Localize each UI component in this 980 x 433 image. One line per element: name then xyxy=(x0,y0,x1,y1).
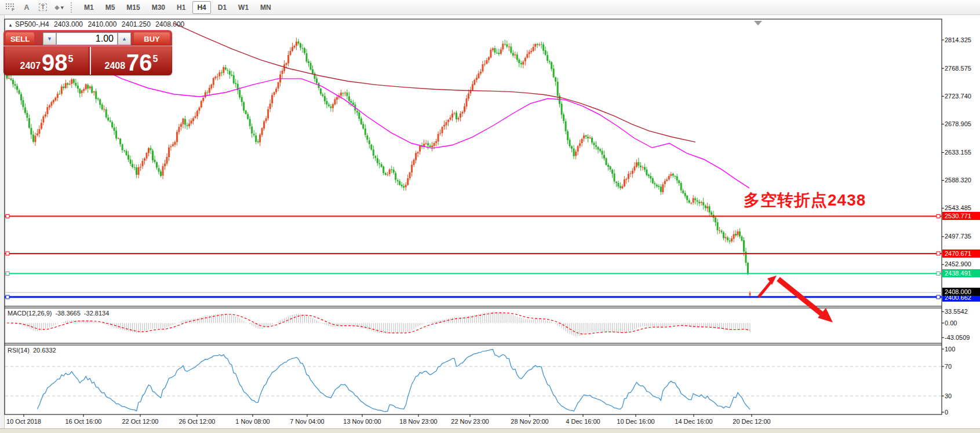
timeframe-button-M15[interactable]: M15 xyxy=(122,1,144,14)
macd-main-value: -38.3665 xyxy=(55,310,80,317)
rsi-header: RSI(14)20.6332 xyxy=(8,347,60,354)
date-axis-label: 10 Oct 2018 xyxy=(6,418,41,425)
ohlc-close: 2408.000 xyxy=(155,20,184,28)
cursor-a-icon[interactable]: A xyxy=(19,1,34,14)
rsi-axis-label: 0 xyxy=(945,409,979,416)
dropdown-caret-icon: ▾ xyxy=(61,5,64,10)
svg-text:F: F xyxy=(12,7,14,12)
rsi-axis-label: 70 xyxy=(945,363,979,370)
hline-handle[interactable] xyxy=(6,295,9,299)
timeframe-toolbar: M1M5M15M30H1H4D1W1MN xyxy=(78,1,277,14)
ohlc-open: 2403.000 xyxy=(54,20,83,28)
symbol-marker-icon: ▲ xyxy=(8,23,13,28)
rsi-axis-label: 100 xyxy=(945,346,979,353)
ohlc-high: 2410.000 xyxy=(88,20,116,28)
price-axis-label: 2678.905 xyxy=(945,120,979,127)
date-axis-label: 1 Nov 08:00 xyxy=(235,418,269,425)
ohlc-low: 2401.250 xyxy=(122,20,151,28)
mt4-window: F A T ◆ ▾ M1M5M15M30H1H4D1W1MN ▲SP500-,H… xyxy=(0,0,980,433)
sell-button[interactable]: SELL xyxy=(6,32,34,45)
price-axis-label: 2588.320 xyxy=(945,177,979,184)
dotted-grid-icon: F xyxy=(6,3,16,12)
hline-price-badge: 2438.491 xyxy=(942,269,980,277)
rsi-axis-label: 30 xyxy=(945,392,979,399)
macd-header: MACD(12,26,9)-38.3665-32.8134 xyxy=(8,310,112,317)
date-axis-label: 4 Dec 16:00 xyxy=(566,418,600,425)
price-axis-label: 2543.485 xyxy=(945,204,979,211)
date-axis-label: 7 Nov 04:00 xyxy=(290,418,324,425)
date-axis-label: 13 Nov 00:00 xyxy=(343,418,381,425)
sell-price-sup: 5 xyxy=(68,54,74,64)
date-axis-label: 20 Dec 12:00 xyxy=(733,418,770,425)
hline-handle[interactable] xyxy=(6,272,9,276)
date-axis-label: 16 Oct 16:00 xyxy=(65,418,102,425)
volume-decrease-button[interactable]: ▼ xyxy=(43,32,56,45)
buy-button[interactable]: BUY xyxy=(134,32,170,45)
template-f-icon[interactable]: F xyxy=(3,1,18,14)
timeframe-button-M1[interactable]: M1 xyxy=(79,1,99,14)
rsi-label: RSI(14) xyxy=(8,347,30,354)
date-axis-label: 10 Dec 16:00 xyxy=(617,418,654,425)
chart-plot-area[interactable] xyxy=(5,19,942,414)
price-axis-label: 2633.155 xyxy=(945,149,979,156)
sell-price-display[interactable]: 2407 98 5 xyxy=(5,47,88,75)
macd-axis-label: 0.00 xyxy=(945,320,979,326)
symbol-period: SP500-,H4 xyxy=(15,20,49,28)
macd-axis-label: -43.0509 xyxy=(945,334,979,341)
toolbar-separator xyxy=(71,2,75,13)
toolbar: F A T ◆ ▾ M1M5M15M30H1H4D1W1MN xyxy=(0,0,980,15)
timeframe-button-W1[interactable]: W1 xyxy=(234,1,253,14)
rsi-value: 20.6332 xyxy=(33,347,56,354)
shapes-tool-icon[interactable]: ◆ ▾ xyxy=(52,1,67,14)
hline-handle[interactable] xyxy=(937,252,940,255)
date-axis-label: 22 Oct 12:00 xyxy=(122,418,159,425)
buy-price-small: 2408 xyxy=(105,61,126,71)
macd-signal-value: -32.8134 xyxy=(84,310,109,317)
timeframe-button-M5[interactable]: M5 xyxy=(101,1,120,14)
timeframe-button-M30[interactable]: M30 xyxy=(147,1,170,14)
volume-increase-button[interactable]: ▲ xyxy=(118,32,131,45)
diamond-icon: ◆ xyxy=(54,4,59,10)
text-tool-glyph: T xyxy=(39,3,47,11)
sell-price-small: 2407 xyxy=(20,61,41,71)
timeframe-button-H4[interactable]: H4 xyxy=(192,1,210,14)
hline-handle[interactable] xyxy=(6,214,9,218)
date-axis-label: 14 Dec 16:00 xyxy=(675,418,712,425)
volume-input[interactable] xyxy=(56,32,118,45)
hline-handle[interactable] xyxy=(937,214,940,218)
sell-price-big: 98 xyxy=(42,51,68,74)
macd-axis-label: 33.5542 xyxy=(945,308,979,315)
hline-price-badge: 2530.771 xyxy=(942,212,980,220)
buy-price-display[interactable]: 2408 76 5 xyxy=(90,47,172,75)
timeframe-button-H1[interactable]: H1 xyxy=(172,1,190,14)
date-axis-label: 28 Nov 20:00 xyxy=(511,418,548,425)
date-axis-label: 22 Nov 23:00 xyxy=(451,418,489,425)
one-click-trading-panel: SELL ▼ ▲ BUY 2407 98 5 2408 76 5 xyxy=(3,30,172,75)
hline-handle[interactable] xyxy=(937,295,940,299)
price-axis-label: 2768.575 xyxy=(945,65,979,72)
hline-handle[interactable] xyxy=(937,272,940,276)
macd-label: MACD(12,26,9) xyxy=(8,310,52,317)
price-axis-label: 2814.325 xyxy=(945,36,979,43)
current-price-badge: 2408.000 xyxy=(942,288,980,296)
buy-price-sup: 5 xyxy=(153,54,158,64)
hline-price-badge: 2470.671 xyxy=(942,249,980,258)
price-axis-label: 2497.735 xyxy=(945,233,979,240)
chart-title: ▲SP500-,H4 2403.000 2410.000 2401.250 24… xyxy=(8,20,187,28)
timeframe-button-D1[interactable]: D1 xyxy=(213,1,231,14)
chart-annotation-text: 多空转折点2438 xyxy=(744,189,866,211)
date-axis-label: 18 Nov 23:00 xyxy=(399,418,437,425)
trade-panel-top-row: SELL ▼ ▲ BUY xyxy=(3,30,172,46)
price-axis-label: 2452.900 xyxy=(945,260,979,267)
buy-price-big: 76 xyxy=(126,51,152,74)
hline-handle[interactable] xyxy=(6,252,9,255)
price-axis-label: 2723.740 xyxy=(945,93,979,100)
text-tool-icon[interactable]: T xyxy=(35,1,50,14)
timeframe-button-MN[interactable]: MN xyxy=(256,1,276,14)
date-axis-label: 26 Oct 12:00 xyxy=(179,418,216,425)
